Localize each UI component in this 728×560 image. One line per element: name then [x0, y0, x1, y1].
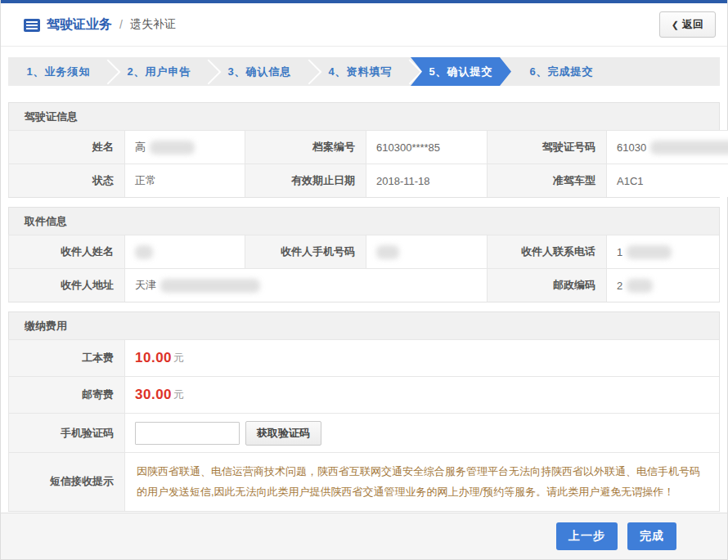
page-title: 驾驶证业务 — [47, 16, 112, 34]
valid-until-label: 有效期止日期 — [245, 164, 366, 197]
status-label: 状态 — [8, 164, 124, 197]
name-label: 姓名 — [8, 130, 124, 164]
header: 驾驶证业务 / 遗失补证 ❮ 返回 — [1, 3, 727, 47]
list-icon — [24, 19, 40, 32]
production-fee-unit: 元 — [173, 351, 184, 365]
step-6-complete-submit[interactable]: 6、完成提交 — [511, 57, 612, 86]
production-fee-amount: 10.00 — [135, 350, 172, 366]
recipient-mobile-value — [366, 235, 487, 268]
file-no-label: 档案编号 — [245, 130, 366, 164]
postcode-value: 2 — [606, 268, 719, 302]
file-no-value: 610300****85 — [366, 130, 487, 164]
status-value: 正常 — [124, 164, 245, 197]
sms-code-label: 手机验证码 — [8, 413, 124, 452]
steps-bar: 1、业务须知 2、用户申告 3、确认信息 4、资料填写 5、确认提交 6、完成提… — [8, 57, 720, 86]
step-3-confirm-info[interactable]: 3、确认信息 — [209, 57, 310, 86]
redacted-recipient-name-blur — [135, 245, 153, 259]
fees-table: 工本费 10.00 元 邮寄费 30.00 元 手机验证码 获取验证码 短信接收… — [8, 339, 719, 511]
license-info-section: 驾驶证信息 姓名 高 档案编号 610300****85 驾驶证号码 61030… — [8, 102, 720, 198]
breadcrumb-current: 遗失补证 — [130, 17, 176, 32]
sms-notice-label: 短信接收提示 — [8, 452, 124, 511]
finish-button[interactable]: 完成 — [627, 522, 676, 550]
step-1-business-notice[interactable]: 1、业务须知 — [8, 57, 109, 86]
license-info-section-title: 驾驶证信息 — [9, 103, 719, 131]
vehicle-type-value: A1C1 — [606, 164, 728, 197]
step-4-fill-data[interactable]: 4、资料填写 — [310, 57, 411, 86]
pickup-info-section-title: 取件信息 — [9, 208, 719, 235]
recipient-phone-value: 1 — [606, 235, 719, 268]
redacted-recipient-mobile-blur — [376, 245, 399, 259]
breadcrumb-divider: / — [119, 18, 123, 31]
recipient-name-value — [124, 235, 245, 268]
redacted-license-no-blur — [650, 141, 728, 155]
license-no-label: 驾驶证号码 — [487, 130, 606, 164]
redacted-postcode-blur — [627, 279, 653, 293]
license-no-value: 61030 — [606, 130, 728, 164]
recipient-name-label: 收件人姓名 — [8, 235, 124, 268]
back-button-label: 返回 — [682, 17, 703, 32]
valid-until-value: 2018-11-18 — [366, 164, 487, 197]
address-label: 收件人地址 — [8, 268, 124, 302]
production-fee-value: 10.00 元 — [124, 339, 719, 376]
sms-code-input[interactable] — [135, 422, 240, 445]
page: 驾驶证业务 / 遗失补证 ❮ 返回 1、业务须知 2、用户申告 3、确认信息 4… — [0, 0, 728, 560]
footer-action-bar: 上一步 完成 — [1, 513, 727, 559]
fees-section-title: 缴纳费用 — [9, 312, 719, 340]
sms-code-row: 获取验证码 — [124, 413, 719, 452]
redacted-name-blur — [150, 141, 195, 155]
mail-fee-value: 30.00 元 — [124, 376, 719, 413]
back-chevron-icon: ❮ — [672, 20, 679, 30]
redacted-recipient-phone-blur — [627, 245, 672, 259]
redacted-address-blur — [160, 279, 260, 293]
sms-notice-text: 因陕西省联通、电信运营商技术问题，陕西省互联网交通安全综合服务管理平台无法向持陕… — [124, 452, 719, 511]
recipient-phone-label: 收件人联系电话 — [487, 235, 606, 268]
back-button[interactable]: ❮ 返回 — [659, 11, 716, 38]
name-value: 高 — [124, 130, 245, 164]
previous-step-button[interactable]: 上一步 — [556, 522, 618, 550]
postcode-label: 邮政编码 — [487, 268, 606, 302]
license-info-table: 姓名 高 档案编号 610300****85 驾驶证号码 61030 状态 正常… — [8, 130, 719, 197]
step-2-user-declaration[interactable]: 2、用户申告 — [109, 57, 209, 86]
fees-section: 缴纳费用 工本费 10.00 元 邮寄费 30.00 元 手机验证码 获取验证码… — [8, 311, 720, 512]
get-code-button[interactable]: 获取验证码 — [245, 421, 321, 446]
address-value: 天津 — [124, 268, 487, 302]
mail-fee-amount: 30.00 — [135, 387, 172, 403]
step-5-confirm-submit-active[interactable]: 5、确认提交 — [411, 57, 511, 86]
production-fee-label: 工本费 — [8, 339, 124, 376]
breadcrumb: 驾驶证业务 / 遗失补证 — [24, 16, 176, 34]
recipient-mobile-label: 收件人手机号码 — [245, 235, 366, 268]
vehicle-type-label: 准驾车型 — [487, 164, 606, 197]
pickup-info-section: 取件信息 收件人姓名 收件人手机号码 收件人联系电话 1 收件人地址 天津 邮政… — [8, 207, 720, 302]
pickup-info-table: 收件人姓名 收件人手机号码 收件人联系电话 1 收件人地址 天津 邮政编码 2 — [8, 235, 719, 302]
mail-fee-label: 邮寄费 — [8, 376, 124, 413]
mail-fee-unit: 元 — [173, 388, 184, 402]
